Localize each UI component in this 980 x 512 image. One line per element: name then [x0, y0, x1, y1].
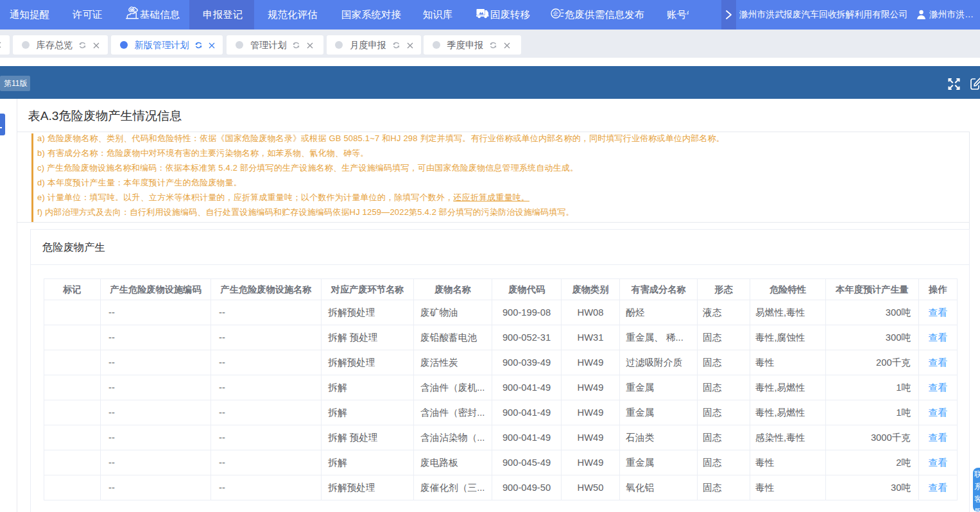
svg-text:企: 企: [553, 10, 559, 17]
